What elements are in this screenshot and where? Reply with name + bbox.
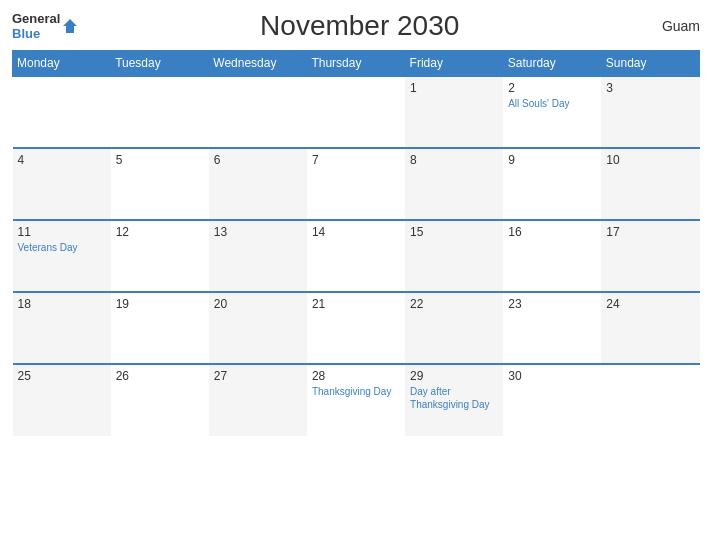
- day-number: 15: [410, 225, 498, 239]
- calendar-cell: 27: [209, 364, 307, 436]
- day-number: 23: [508, 297, 596, 311]
- calendar-cell: 6: [209, 148, 307, 220]
- calendar-week-row: 12All Souls' Day3: [13, 76, 700, 148]
- calendar-cell: 8: [405, 148, 503, 220]
- calendar-cell: 7: [307, 148, 405, 220]
- weekday-tuesday: Tuesday: [111, 51, 209, 77]
- day-number: 2: [508, 81, 596, 95]
- calendar-cell: 14: [307, 220, 405, 292]
- day-number: 26: [116, 369, 204, 383]
- calendar-cell: [601, 364, 699, 436]
- day-number: 5: [116, 153, 204, 167]
- day-number: 1: [410, 81, 498, 95]
- weekday-sunday: Sunday: [601, 51, 699, 77]
- day-number: 16: [508, 225, 596, 239]
- day-number: 11: [18, 225, 106, 239]
- calendar-cell: 19: [111, 292, 209, 364]
- calendar-cell: 5: [111, 148, 209, 220]
- day-number: 9: [508, 153, 596, 167]
- day-number: 21: [312, 297, 400, 311]
- calendar-cell: [209, 76, 307, 148]
- svg-marker-0: [63, 19, 77, 33]
- weekday-friday: Friday: [405, 51, 503, 77]
- calendar-page: General Blue November 2030 Guam Monday T…: [0, 0, 712, 550]
- day-number: 30: [508, 369, 596, 383]
- calendar-header: General Blue November 2030 Guam: [12, 10, 700, 42]
- calendar-cell: 16: [503, 220, 601, 292]
- weekday-wednesday: Wednesday: [209, 51, 307, 77]
- calendar-cell: [307, 76, 405, 148]
- weekday-monday: Monday: [13, 51, 111, 77]
- calendar-cell: 24: [601, 292, 699, 364]
- holiday-label: All Souls' Day: [508, 97, 596, 110]
- day-number: 17: [606, 225, 694, 239]
- calendar-table: Monday Tuesday Wednesday Thursday Friday…: [12, 50, 700, 436]
- calendar-week-row: 11Veterans Day121314151617: [13, 220, 700, 292]
- calendar-cell: 29Day after Thanksgiving Day: [405, 364, 503, 436]
- day-number: 12: [116, 225, 204, 239]
- weekday-header-row: Monday Tuesday Wednesday Thursday Friday…: [13, 51, 700, 77]
- day-number: 4: [18, 153, 106, 167]
- day-number: 13: [214, 225, 302, 239]
- calendar-cell: 21: [307, 292, 405, 364]
- calendar-cell: 26: [111, 364, 209, 436]
- day-number: 22: [410, 297, 498, 311]
- day-number: 20: [214, 297, 302, 311]
- day-number: 3: [606, 81, 694, 95]
- calendar-cell: 12: [111, 220, 209, 292]
- holiday-label: Day after Thanksgiving Day: [410, 385, 498, 411]
- calendar-cell: 4: [13, 148, 111, 220]
- calendar-title: November 2030: [79, 10, 640, 42]
- logo-general-text: General: [12, 11, 60, 26]
- day-number: 25: [18, 369, 106, 383]
- calendar-cell: 11Veterans Day: [13, 220, 111, 292]
- logo-icon: [61, 17, 79, 35]
- calendar-cell: 20: [209, 292, 307, 364]
- calendar-cell: 23: [503, 292, 601, 364]
- day-number: 6: [214, 153, 302, 167]
- holiday-label: Veterans Day: [18, 241, 106, 254]
- day-number: 18: [18, 297, 106, 311]
- calendar-cell: 28Thanksgiving Day: [307, 364, 405, 436]
- weekday-saturday: Saturday: [503, 51, 601, 77]
- calendar-cell: 30: [503, 364, 601, 436]
- day-number: 19: [116, 297, 204, 311]
- calendar-cell: 25: [13, 364, 111, 436]
- day-number: 14: [312, 225, 400, 239]
- day-number: 8: [410, 153, 498, 167]
- calendar-cell: 2All Souls' Day: [503, 76, 601, 148]
- weekday-thursday: Thursday: [307, 51, 405, 77]
- calendar-cell: [13, 76, 111, 148]
- day-number: 10: [606, 153, 694, 167]
- calendar-cell: 9: [503, 148, 601, 220]
- calendar-cell: 22: [405, 292, 503, 364]
- day-number: 27: [214, 369, 302, 383]
- day-number: 28: [312, 369, 400, 383]
- holiday-label: Thanksgiving Day: [312, 385, 400, 398]
- calendar-cell: 15: [405, 220, 503, 292]
- calendar-cell: 1: [405, 76, 503, 148]
- day-number: 24: [606, 297, 694, 311]
- logo-blue-text: Blue: [12, 26, 40, 41]
- calendar-region: Guam: [640, 18, 700, 34]
- logo: General Blue: [12, 11, 79, 41]
- calendar-week-row: 45678910: [13, 148, 700, 220]
- day-number: 29: [410, 369, 498, 383]
- calendar-cell: 17: [601, 220, 699, 292]
- calendar-cell: 3: [601, 76, 699, 148]
- day-number: 7: [312, 153, 400, 167]
- calendar-week-row: 18192021222324: [13, 292, 700, 364]
- calendar-week-row: 25262728Thanksgiving Day29Day after Than…: [13, 364, 700, 436]
- calendar-cell: 13: [209, 220, 307, 292]
- calendar-cell: [111, 76, 209, 148]
- calendar-cell: 10: [601, 148, 699, 220]
- calendar-cell: 18: [13, 292, 111, 364]
